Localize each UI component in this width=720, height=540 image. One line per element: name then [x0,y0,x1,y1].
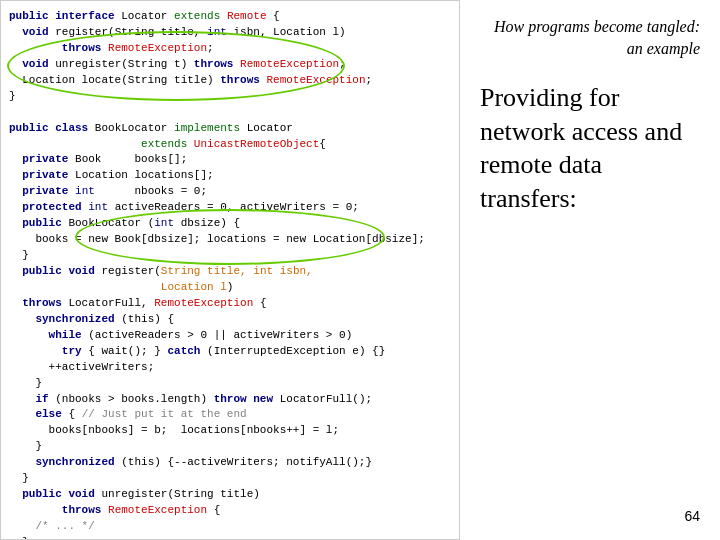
page-number: 64 [684,508,700,524]
code-panel: public interface Locator extends Remote … [0,0,460,540]
main-text-line2: network access and [480,117,682,146]
main-text-line3: remote data transfers: [480,150,602,213]
title-line1: How programs become tangled: [494,18,700,35]
slide-title: How programs become tangled: an example [480,16,700,61]
main-description: Providing for network access and remote … [480,81,700,216]
right-panel: How programs become tangled: an example … [460,0,720,540]
code-content: public interface Locator extends Remote … [9,9,451,540]
title-line2: an example [627,40,700,57]
slide-title-area: How programs become tangled: an example [480,16,700,61]
page-number-area: 64 [480,508,700,524]
slide-main-content: Providing for network access and remote … [480,61,700,508]
main-text-line1: Providing for [480,83,619,112]
